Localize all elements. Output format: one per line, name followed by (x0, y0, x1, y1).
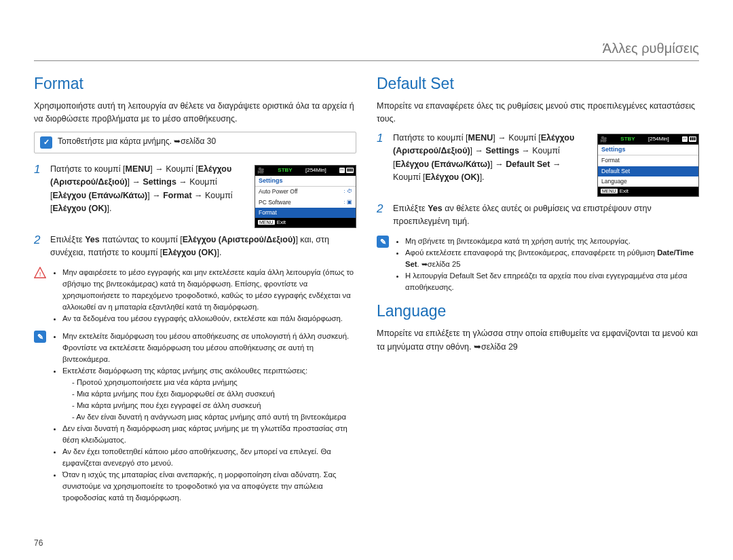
format-warning-block: ! Μην αφαιρέσετε το μέσο εγγραφής και μη… (34, 267, 356, 324)
defaultset-step2-text: Επιλέξτε Yes αν θέλετε όλες αυτές οι ρυθ… (393, 202, 699, 229)
lcd-row-selected: Default Set (598, 166, 698, 176)
page-header: Άλλες ρυθμίσεις (34, 41, 699, 61)
note-item: Μην εκτελείτε διαμόρφωση του μέσου αποθή… (62, 331, 356, 365)
lcd-row: Auto Power Off: ⏱ (255, 187, 356, 197)
note-item: Όταν η ισχύς της μπαταρίας είναι ανεπαρκ… (62, 469, 356, 504)
warning-item: Μην αφαιρέσετε το μέσο εγγραφής και μην … (62, 267, 356, 313)
note-item: Αν δεν έχει τοποθετηθεί κάποιο μέσο αποθ… (62, 446, 356, 469)
defaultset-intro: Μπορείτε να επαναφέρετε όλες τις ρυθμίσε… (377, 100, 699, 126)
warning-item: Αν τα δεδομένα του μέσου εγγραφής αλλοιω… (62, 313, 356, 324)
lcd-row: Language (598, 176, 698, 187)
step-number: 2 (377, 202, 386, 229)
left-column: Format Χρησιμοποιήστε αυτή τη λειτουργία… (34, 71, 356, 509)
defaultset-note-block: ✎ Μη σβήνετε τη βιντεοκάμερα κατά τη χρή… (377, 236, 699, 293)
format-lcd-preview: 🎥 STBY [254Min] ▭▮▮▮ Settings Auto Power… (255, 165, 356, 228)
note-icon: ✓ (40, 136, 52, 149)
step-number: 2 (34, 234, 43, 260)
note-item: Δεν είναι δυνατή η διαμόρφωση μιας κάρτα… (62, 423, 356, 446)
content-columns: Format Χρησιμοποιήστε αυτή τη λειτουργία… (34, 71, 699, 509)
language-title: Language (377, 302, 699, 320)
step-number: 1 (377, 132, 386, 197)
right-column: Default Set Μπορείτε να επαναφέρετε όλες… (377, 71, 699, 509)
svg-text:!: ! (39, 269, 41, 277)
defaultset-lcd-preview: 🎥 STBY [254Min] ▭▮▮▮ Settings Format Def… (597, 134, 699, 197)
format-steps: 1 Πατήστε το κουμπί [MENU] → Κουμπί [Ελέ… (34, 163, 356, 260)
defaultset-step1-text: Πατήστε το κουμπί [MENU] → Κουμπί [Ελέγχ… (393, 132, 590, 185)
warning-icon: ! (34, 267, 46, 279)
format-step2-text: Επιλέξτε Yes πατώντας το κουμπί [Ελέγχου… (50, 234, 356, 260)
format-note-block: ✎ Μην εκτελείτε διαμόρφωση του μέσου απο… (34, 331, 356, 503)
defaultset-title: Default Set (377, 75, 699, 93)
note-item: Αφού εκτελέσετε επαναφορά της βιντεοκάμε… (405, 247, 699, 270)
page-number: 76 (34, 538, 43, 548)
lcd-row-selected: Format (255, 208, 356, 218)
step-number: 1 (34, 163, 43, 228)
note-icon: ✎ (34, 331, 46, 343)
language-body: Μπορείτε να επιλέξετε τη γλώσσα στην οπο… (377, 327, 699, 354)
tip-text: Τοποθετήστε μια κάρτα μνήμης. ➥σελίδα 30 (58, 136, 216, 146)
format-step1-text: Πατήστε το κουμπί [MENU] → Κουμπί [Ελέγχ… (50, 163, 248, 216)
format-title: Format (34, 75, 356, 93)
note-item: Η λειτουργία Default Set δεν επηρεάζει τ… (405, 270, 699, 293)
lcd-settings-header: Settings (255, 176, 356, 187)
format-intro: Χρησιμοποιήστε αυτή τη λειτουργία αν θέλ… (34, 100, 356, 126)
note-item: Μη σβήνετε τη βιντεοκάμερα κατά τη χρήση… (405, 236, 699, 247)
lcd-settings-header: Settings (598, 145, 698, 156)
note-item: Εκτελέστε διαμόρφωση της κάρτας μνήμης σ… (62, 365, 356, 423)
lcd-row: PC Software: ▣ (255, 198, 356, 208)
tip-box: ✓ Τοποθετήστε μια κάρτα μνήμης. ➥σελίδα … (34, 132, 356, 153)
lcd-row: Format (598, 155, 698, 166)
note-icon: ✎ (377, 236, 389, 248)
defaultset-steps: 1 Πατήστε το κουμπί [MENU] → Κουμπί [Ελέ… (377, 132, 699, 229)
